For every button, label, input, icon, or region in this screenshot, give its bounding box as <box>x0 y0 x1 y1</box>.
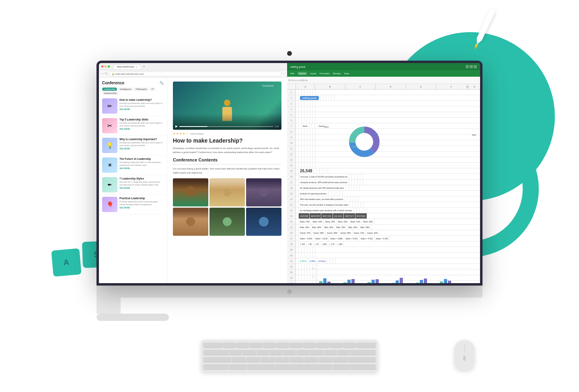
ss-cell[interactable] <box>307 90 310 95</box>
ss-cell[interactable] <box>365 208 368 213</box>
ss-cell[interactable] <box>310 253 313 258</box>
ss-cell[interactable] <box>296 106 299 112</box>
ss-cell[interactable] <box>313 247 316 253</box>
ss-cell[interactable] <box>354 208 357 213</box>
ss-cell[interactable] <box>313 118 316 123</box>
ss-cell[interactable] <box>313 90 316 95</box>
ss-cell[interactable] <box>304 135 307 140</box>
reload-btn[interactable]: ↻ <box>105 72 108 76</box>
key-comma[interactable] <box>334 357 347 362</box>
key-ctrl-r[interactable] <box>350 364 376 369</box>
ss-cell[interactable]: for simple purposes and 36% preferred hi… <box>299 185 346 191</box>
ss-cell[interactable] <box>296 118 299 123</box>
ss-cell[interactable] <box>307 163 310 168</box>
see-more-6[interactable]: SEE MORE <box>119 206 164 209</box>
ss-cell[interactable] <box>296 157 299 163</box>
ss-cell[interactable]: Work: 26% <box>324 219 337 225</box>
ss-cell[interactable] <box>343 191 480 196</box>
ss-cell[interactable] <box>360 185 480 191</box>
ss-cell[interactable] <box>356 196 359 202</box>
key-c[interactable] <box>261 357 275 362</box>
ss-cell[interactable] <box>353 196 356 202</box>
ss-cell[interactable] <box>357 185 360 191</box>
ss-cell[interactable] <box>362 208 365 213</box>
ss-cell[interactable] <box>317 168 320 174</box>
ss-cell[interactable] <box>316 140 480 146</box>
ss-cell[interactable] <box>315 123 318 129</box>
ss-cell[interactable]: Sales = 4,522 <box>359 236 375 241</box>
ss-cell[interactable] <box>348 196 351 202</box>
ss-cell[interactable] <box>312 123 315 129</box>
ss-cell[interactable] <box>351 196 353 202</box>
ss-cell[interactable]: Work: 29% <box>362 219 374 225</box>
close-btn[interactable] <box>101 65 103 67</box>
ss-cell[interactable] <box>307 247 310 253</box>
ss-cell[interactable]: products for gaming purposes. <box>299 191 329 196</box>
ss-cell[interactable] <box>352 174 355 180</box>
browser-tab[interactable]: idea-warehouse × <box>113 64 141 69</box>
ss-cell[interactable]: SEP'OCT <box>344 213 355 219</box>
ss-cell[interactable] <box>313 146 316 151</box>
ss-cell[interactable]: Game: 32% <box>366 230 379 236</box>
sidebar-card-4[interactable]: ☀ The Future of Leadership Developing le… <box>99 155 167 175</box>
ss-cell[interactable] <box>296 112 299 118</box>
sidebar-card-2[interactable]: ✂ Top 5 Leadership Skills Develop top le… <box>99 116 167 136</box>
sheet-close-btn[interactable] <box>474 65 477 68</box>
ss-cell[interactable] <box>302 135 304 140</box>
maximize-btn[interactable] <box>108 65 110 67</box>
ss-cell[interactable] <box>296 151 299 157</box>
ss-cell[interactable] <box>302 90 304 95</box>
see-more-4[interactable]: SEE MORE <box>119 167 164 169</box>
key-j[interactable] <box>310 350 322 355</box>
ss-cell[interactable] <box>368 208 480 213</box>
ss-cell[interactable] <box>307 101 310 106</box>
ss-cell[interactable] <box>355 180 357 185</box>
sidebar-search-icon[interactable]: 🔍 <box>160 81 164 85</box>
ss-cell[interactable] <box>313 157 316 163</box>
ss-cell[interactable]: Sales = 5,453 <box>375 236 390 241</box>
ss-cell[interactable] <box>307 157 310 163</box>
ss-cell[interactable] <box>310 129 313 135</box>
ss-cell[interactable] <box>328 168 480 174</box>
ss-cell[interactable]: selling point <box>299 95 320 101</box>
key-alt[interactable] <box>230 364 246 369</box>
video-controls[interactable]: ▶ 2:17 <box>175 125 279 128</box>
ss-cell[interactable] <box>304 101 307 106</box>
ss-cell[interactable] <box>313 101 316 106</box>
ss-cell[interactable] <box>299 270 302 275</box>
menu-view[interactable]: View <box>344 72 349 75</box>
key-r[interactable] <box>263 343 276 347</box>
ss-cell[interactable] <box>316 112 480 118</box>
ss-cell[interactable] <box>363 174 480 180</box>
ss-cell[interactable] <box>363 180 480 185</box>
ss-cell[interactable] <box>296 180 299 185</box>
ss-cell[interactable] <box>307 112 310 118</box>
ss-cell[interactable] <box>325 168 328 174</box>
ss-cell[interactable] <box>357 208 359 213</box>
ss-cell[interactable] <box>299 253 302 258</box>
ss-cell[interactable] <box>355 202 358 208</box>
ss-cell[interactable] <box>304 163 307 168</box>
menu-insert[interactable]: Insert <box>310 72 316 75</box>
tag-it[interactable]: IT <box>150 88 156 91</box>
ss-cell[interactable]: computer products. 38% preferred low-spe… <box>299 180 349 185</box>
ss-cell[interactable] <box>359 208 362 213</box>
ss-cell[interactable]: JAN'FEB <box>299 213 310 219</box>
ss-cell[interactable]: Game: 38% <box>326 230 339 236</box>
ss-cell[interactable] <box>299 247 302 253</box>
key-l[interactable] <box>337 350 349 355</box>
ss-cell[interactable] <box>299 264 302 270</box>
ss-cell[interactable] <box>357 174 360 180</box>
ss-cell[interactable]: This year, we will consider a strategy t… <box>299 202 350 208</box>
ss-cell[interactable] <box>340 191 343 196</box>
key-q[interactable] <box>223 343 236 347</box>
ss-cell[interactable] <box>296 163 299 168</box>
key-a[interactable] <box>230 350 242 355</box>
menu-home[interactable]: Home <box>298 72 307 75</box>
ss-cell[interactable] <box>310 247 313 253</box>
ss-cell[interactable] <box>302 247 304 253</box>
key-i[interactable] <box>316 343 329 347</box>
ss-cell[interactable] <box>310 157 313 163</box>
ss-cell[interactable] <box>322 168 325 174</box>
ss-cell[interactable] <box>299 101 302 106</box>
